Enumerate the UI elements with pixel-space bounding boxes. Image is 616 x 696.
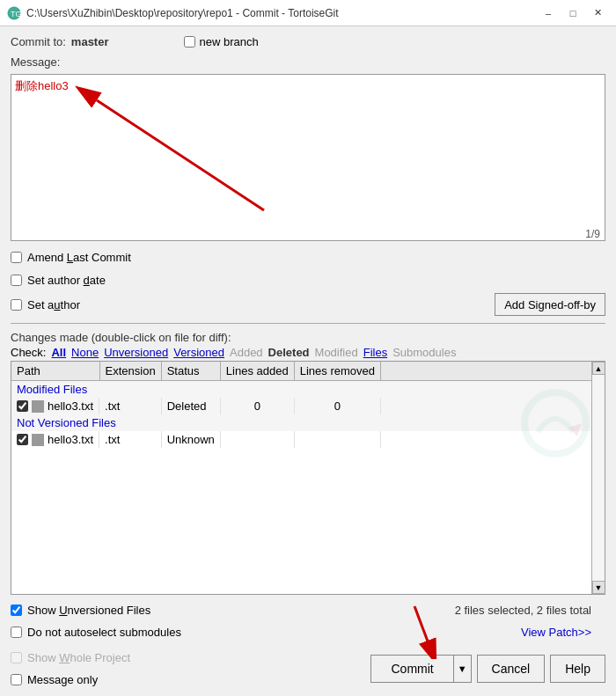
scroll-up-button[interactable]: ▲ [592, 362, 605, 375]
message-label: Message: [11, 55, 605, 69]
filter-all[interactable]: All [51, 346, 66, 359]
bottom-section: Show Unversioned Files 2 files selected,… [11, 600, 605, 689]
file-spacer-1 [380, 398, 604, 414]
filter-files[interactable]: Files [363, 346, 387, 359]
do-not-autoselect-label: Do not autoselect submodules [27, 626, 181, 639]
file-lines-removed-2 [294, 431, 380, 448]
commit-dropdown-button[interactable]: ▼ [454, 655, 472, 683]
view-patch-link[interactable]: View Patch>> [521, 626, 605, 639]
col-lines-added: Lines added [220, 362, 294, 381]
file-lines-added-2 [220, 431, 294, 448]
divider [11, 323, 605, 324]
do-not-autoselect-row: Do not autoselect submodules View Patch>… [11, 622, 605, 641]
main-content: Commit to: master new branch Message: 删除… [0, 26, 616, 696]
file-lines-added-1: 0 [220, 398, 294, 414]
file-path-cell: hello3.txt [11, 398, 99, 414]
files-info-row: Show Unversioned Files 2 files selected,… [11, 600, 605, 619]
set-author-label: Set author [27, 298, 80, 311]
close-button[interactable]: ✕ [586, 4, 609, 23]
set-author-date-checkbox[interactable] [11, 275, 22, 286]
table-row[interactable]: hello3.txt .txt Unknown [11, 431, 605, 448]
do-not-autoselect-checkbox[interactable] [11, 626, 22, 638]
file-checkbox-2[interactable] [17, 434, 28, 445]
show-whole-project-row: Show Whole Project [11, 648, 130, 667]
group-header-unversioned: Not Versioned Files [11, 414, 605, 431]
files-info-text: 2 files selected, 2 files total [455, 604, 605, 617]
file-status-1: Deleted [161, 398, 220, 414]
file-ext-1: .txt [99, 398, 161, 414]
group-label-modified: Modified Files [11, 381, 605, 399]
title-text: C:\Users\XuZhibin\Desktop\repository\rep… [26, 7, 339, 19]
show-unversioned-row: Show Unversioned Files [11, 600, 150, 619]
filter-deleted[interactable]: Deleted [268, 346, 310, 359]
message-only-checkbox[interactable] [11, 674, 22, 685]
title-bar: TG C:\Users\XuZhibin\Desktop\repository\… [0, 0, 616, 26]
message-area-wrapper: 删除hello3 1/9 [11, 74, 605, 244]
filter-modified[interactable]: Modified [315, 346, 358, 359]
filter-unversioned[interactable]: Unversioned [104, 346, 168, 359]
maximize-button[interactable]: □ [561, 4, 584, 23]
cancel-button[interactable]: Cancel [477, 655, 546, 683]
changes-section: Changes made (double-click on file for d… [11, 331, 605, 595]
changes-title: Changes made (double-click on file for d… [11, 331, 605, 344]
file-status-2: Unknown [161, 431, 220, 448]
do-not-autoselect-row-inner: Do not autoselect submodules [11, 622, 181, 641]
filter-versioned[interactable]: Versioned [173, 346, 224, 359]
file-lines-removed-1: 0 [294, 398, 380, 414]
col-status: Status [161, 362, 220, 381]
file-icon-1 [32, 400, 44, 413]
set-author-row: Set author Add Signed-off-by [11, 293, 605, 316]
amend-label: Amend Last Commit [27, 251, 131, 264]
help-button[interactable]: Help [550, 655, 605, 683]
file-checkbox-1[interactable] [17, 400, 28, 412]
scroll-down-button[interactable]: ▼ [592, 581, 605, 594]
file-ext-2: .txt [99, 431, 161, 448]
action-buttons: Commit ▼ Cancel Help [370, 655, 605, 683]
col-lines-removed: Lines removed [294, 362, 380, 381]
filter-added[interactable]: Added [230, 346, 263, 359]
title-bar-left: TG C:\Users\XuZhibin\Desktop\repository\… [7, 6, 339, 20]
scrollbar[interactable]: ▲ ▼ [591, 362, 605, 594]
show-unversioned-checkbox[interactable] [11, 604, 22, 616]
file-icon-2 [32, 434, 44, 446]
app-icon: TG [7, 6, 21, 20]
new-branch-label: new branch [199, 35, 258, 48]
new-branch-checkbox[interactable] [184, 36, 195, 48]
branch-name: master [71, 35, 109, 48]
scroll-track[interactable] [592, 375, 605, 581]
commit-button-group: Commit ▼ [370, 655, 471, 683]
set-author-left: Set author [11, 298, 80, 311]
commit-to-label: Commit to: [11, 35, 66, 48]
set-author-date-label: Set author date [27, 274, 106, 287]
set-author-date-row: Set author date [11, 270, 605, 289]
amend-row: Amend Last Commit [11, 247, 605, 267]
message-textarea[interactable]: 删除hello3 [11, 74, 605, 241]
message-counter: 1/9 [585, 228, 600, 240]
message-only-row: Message only [11, 670, 130, 689]
show-whole-project-checkbox[interactable] [11, 652, 22, 663]
commit-button[interactable]: Commit [370, 655, 453, 683]
filter-submodules[interactable]: Submodules [392, 346, 456, 359]
message-only-label: Message only [27, 673, 98, 686]
commit-to-row: Commit to: master new branch [11, 35, 605, 48]
col-spacer [380, 362, 604, 381]
svg-text:TG: TG [11, 10, 21, 18]
file-path-cell-2: hello3.txt [11, 431, 99, 448]
show-whole-project-label: Show Whole Project [27, 651, 130, 664]
check-filter-row: Check: All None Unversioned Versioned Ad… [11, 346, 605, 359]
file-table: Path Extension Status Lines added Lines … [11, 362, 605, 448]
group-header-modified: Modified Files [11, 381, 605, 399]
add-signed-off-by-button[interactable]: Add Signed-off-by [495, 293, 605, 316]
check-label: Check: [11, 346, 46, 359]
filter-none[interactable]: None [71, 346, 99, 359]
minimize-button[interactable]: – [537, 4, 560, 23]
set-author-checkbox[interactable] [11, 299, 22, 311]
table-row[interactable]: hello3.txt .txt Deleted 0 0 [11, 398, 605, 414]
file-table-wrapper: Path Extension Status Lines added Lines … [11, 361, 605, 595]
col-extension: Extension [99, 362, 161, 381]
buttons-row: Show Whole Project Message only [11, 648, 605, 689]
show-unversioned-label: Show Unversioned Files [27, 604, 150, 617]
file-spacer-2 [380, 431, 604, 448]
amend-checkbox[interactable] [11, 252, 22, 263]
bottom-left-checks: Show Whole Project Message only [11, 648, 130, 689]
